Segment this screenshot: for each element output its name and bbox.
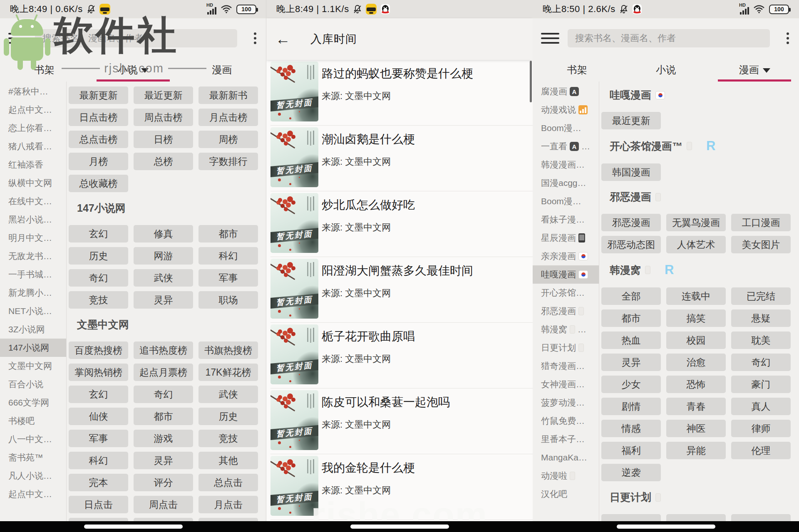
sidebar-item-汉化吧[interactable]: 汉化吧 [533,485,599,503]
list-item[interactable]: 暂无封面炒北瓜怎么做好吃来源: 文墨中文网 [266,191,533,257]
category-button-周点击榜[interactable]: 周点击榜 [134,109,193,126]
tab-漫画[interactable]: 漫画 [178,58,266,82]
category-button-校园[interactable]: 校园 [666,332,726,349]
category-button-修真[interactable]: 修真 [134,225,193,242]
sidebar-item-腐漫画[interactable]: 腐漫画A [533,82,599,101]
sidebar-item-文墨中文网[interactable]: 文墨中文网 [0,357,66,375]
scrollbar-thumb[interactable] [530,61,532,102]
sidebar-item-NET小说[interactable]: NET小说… [0,302,66,320]
sidebar-item-韩漫漫画[interactable]: 韩漫漫画… [533,156,599,174]
sidebar-item-菠萝动漫[interactable]: 菠萝动漫… [533,393,599,412]
sidebar-item-恋上你看[interactable]: 恋上你看… [0,119,66,137]
sidebar-item-看妹子漫[interactable]: 看妹子漫… [533,210,599,229]
category-button-恐怖[interactable]: 恐怖 [666,376,726,393]
category-button-最新新书[interactable]: 最新新书 [199,87,258,104]
search-box[interactable] [568,29,770,47]
tab-书架[interactable]: 书架 [0,58,89,82]
sidebar-item-韩漫窝[interactable]: 韩漫窝… [533,320,599,339]
tab-漫画[interactable]: 漫画 [710,58,799,82]
category-button-已完结[interactable]: 已完结 [731,287,791,305]
menu-hamburger-icon[interactable] [8,33,27,44]
category-button-竞技[interactable]: 竞技 [69,291,128,309]
tab-书架[interactable]: 书架 [533,58,621,82]
sidebar-item-3Z小说网[interactable]: 3Z小说网 [0,320,66,339]
sidebar-item-明月中文[interactable]: 明月中文… [0,229,66,247]
sidebar-item-在线中文[interactable]: 在线中文… [0,192,66,210]
sidebar-item-红袖添香[interactable]: 红袖添香 [0,156,66,174]
home-indicator[interactable] [84,525,183,529]
home-indicator[interactable] [617,525,715,529]
category-button-周榜[interactable]: 周榜 [199,131,258,148]
category-button-逆袭[interactable]: 逆袭 [601,464,661,481]
sidebar-item-书楼吧[interactable]: 书楼吧 [0,412,66,430]
category-button-人体艺术[interactable]: 人体艺术 [666,236,726,253]
category-button-美女图片[interactable]: 美女图片 [731,236,791,253]
sidebar-item-Boom漫[interactable]: Boom漫… [533,119,599,137]
category-button-豪门[interactable]: 豪门 [731,376,791,393]
list-item[interactable]: 暂无封面阳澄湖大闸蟹蒸多久最佳时间来源: 文墨中文网 [266,257,533,323]
category-button-月榜[interactable]: 月榜 [69,153,128,170]
category-button-仙侠[interactable]: 仙侠 [69,408,128,425]
category-button-最新更新[interactable]: 最新更新 [69,87,128,104]
category-button-总点击[interactable]: 总点击 [199,474,258,491]
category-button-月点击[interactable]: 月点击 [199,496,258,513]
list-item[interactable]: 暂无封面栀子花开歌曲原唱来源: 文墨中文网 [266,323,533,388]
category-button-总收藏榜[interactable]: 总收藏榜 [69,175,128,192]
category-button-都市[interactable]: 都市 [134,408,193,425]
search-input[interactable] [575,33,762,44]
category-button-字数排行[interactable]: 字数排行 [199,153,258,170]
category-button-连载中[interactable]: 连载中 [666,287,726,305]
category-button-异能[interactable]: 异能 [666,442,726,459]
category-button-少女[interactable]: 少女 [601,376,661,393]
sidebar-item-#落秋中[interactable]: #落秋中… [0,82,66,101]
category-button-无翼鸟漫画[interactable]: 无翼鸟漫画 [666,214,726,231]
category-button-热血[interactable]: 热血 [601,332,661,349]
list-item[interactable]: 暂无封面路过的蚂蚁也要称赞是什么梗来源: 文墨中文网 [266,60,533,126]
sidebar-item-哇嘎漫画[interactable]: 哇嘎漫画 [533,265,599,284]
category-button-全部[interactable]: 全部 [601,287,661,305]
category-button-起点月票榜[interactable]: 起点月票榜 [134,364,193,381]
sidebar-item-动漫啦[interactable]: 动漫啦 [533,467,599,485]
category-button-完本[interactable]: 完本 [69,474,128,491]
sidebar-item-147小说网[interactable]: 147小说网 [0,339,66,357]
category-button-青春[interactable]: 青春 [666,398,726,415]
sidebar-item-一手书城[interactable]: 一手书城… [0,265,66,284]
sidebar-item-里番本子[interactable]: 里番本子… [533,430,599,448]
category-button-律师[interactable]: 律师 [731,420,791,437]
category-button-奇幻[interactable]: 奇幻 [731,354,791,371]
list-item[interactable]: 暂无封面我的金轮是什么梗来源: 文墨中文网 [266,454,533,520]
sidebar-item-开心茶馆[interactable]: 开心茶馆… [533,284,599,302]
category-button-追书热度榜[interactable]: 追书热度榜 [134,341,193,359]
category-button-17K鲜花榜[interactable]: 17K鲜花榜 [199,364,258,381]
sidebar-item-百合小说[interactable]: 百合小说 [0,375,66,393]
sidebar-item-动漫戏说[interactable]: 动漫戏说 [533,101,599,119]
sidebar-item-MangaKa[interactable]: MangaKa… [533,448,599,467]
category-button-周点击[interactable]: 周点击 [134,496,193,513]
category-button-剧情[interactable]: 剧情 [601,398,661,415]
category-button-其他[interactable]: 其他 [199,452,258,469]
sidebar-item-国漫acgg[interactable]: 国漫acgg… [533,174,599,192]
category-button-奇幻[interactable]: 奇幻 [134,386,193,403]
category-button-职场[interactable]: 职场 [199,291,258,309]
category-button-竞技[interactable]: 竞技 [199,430,258,447]
category-button-都市[interactable]: 都市 [199,225,258,242]
category-button-日点击[interactable]: 日点击 [69,496,128,513]
category-button-工口漫画[interactable]: 工口漫画 [731,214,791,231]
category-button-神医[interactable]: 神医 [666,420,726,437]
sidebar-item-竹鼠免费[interactable]: 竹鼠免费… [533,412,599,430]
category-button-邪恶漫画[interactable]: 邪恶漫画 [601,214,661,231]
category-button-日点击榜[interactable]: 日点击榜 [69,109,128,126]
overflow-menu-icon[interactable] [785,31,791,46]
category-button-总点击榜[interactable]: 总点击榜 [69,131,128,148]
category-button-奇幻[interactable]: 奇幻 [69,269,128,287]
tab-小说[interactable]: 小说 [89,58,177,82]
sidebar-item-猪八戒看[interactable]: 猪八戒看… [0,137,66,156]
category-button-最近更新[interactable]: 最近更新 [134,87,193,104]
category-button-伦理[interactable]: 伦理 [731,442,791,459]
list-item[interactable]: 暂无封面陈皮可以和桑葚一起泡吗来源: 文墨中文网 [266,388,533,454]
sidebar-item-女神漫画[interactable]: 女神漫画… [533,375,599,393]
category-button-真人[interactable]: 真人 [731,398,791,415]
category-button-日榜[interactable]: 日榜 [134,131,193,148]
sidebar-item-起点中文[interactable]: 起点中文… [0,485,66,503]
sidebar-item-666文学网[interactable]: 666文学网 [0,393,66,412]
